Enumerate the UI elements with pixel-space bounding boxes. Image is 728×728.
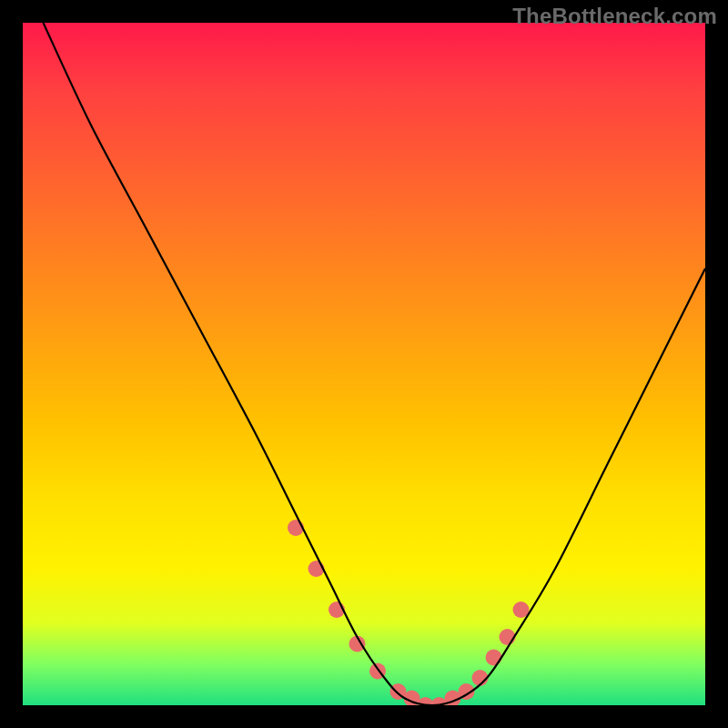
highlight-dot	[486, 650, 502, 666]
chart-container: TheBottleneck.com	[0, 0, 728, 728]
bottleneck-curve-path	[44, 23, 706, 705]
plot-area	[23, 23, 705, 705]
watermark-text: TheBottleneck.com	[512, 4, 717, 29]
curve-svg	[23, 23, 705, 705]
dots-group	[288, 520, 530, 705]
